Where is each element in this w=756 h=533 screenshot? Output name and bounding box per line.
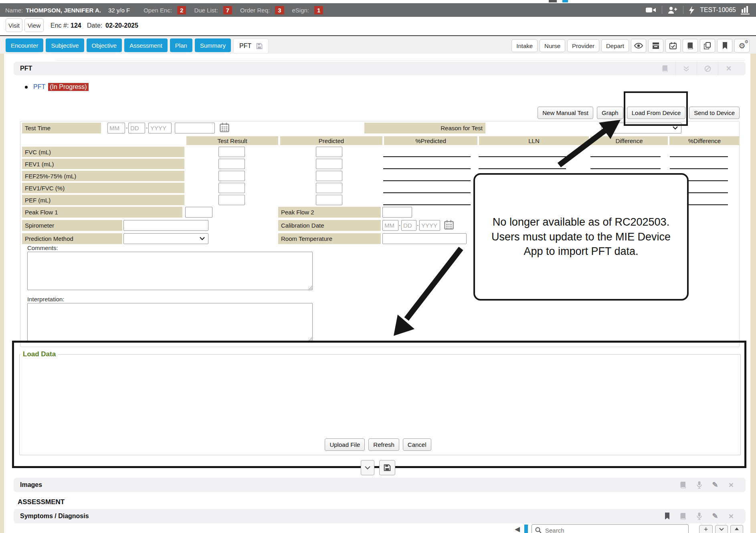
images-mic-icon[interactable]: [691, 478, 707, 492]
book-icon[interactable]: [683, 39, 698, 52]
pef-pct-predicted-line: [383, 204, 471, 205]
images-close-icon[interactable]: ×: [723, 478, 739, 492]
calibration-dd-input[interactable]: [401, 220, 416, 231]
expand-chevron-button[interactable]: [361, 460, 374, 475]
search-box[interactable]: [532, 524, 689, 533]
tab-subjective[interactable]: Subjective: [46, 38, 84, 52]
save-button[interactable]: [379, 460, 395, 475]
col-test-result: Test Result: [186, 136, 278, 145]
order-req-badge[interactable]: 3: [275, 6, 284, 14]
visit-button[interactable]: Visit: [6, 18, 22, 32]
tab-encounter[interactable]: Encounter: [6, 38, 43, 52]
symptoms-edit-icon[interactable]: ✎: [707, 509, 723, 523]
pft-status-link[interactable]: PFT: [33, 83, 45, 91]
fev1fvc-test-result-input[interactable]: [218, 183, 245, 193]
tab-assessment[interactable]: Assessment: [124, 38, 168, 52]
room-temperature-label: Room Temperature: [278, 233, 381, 244]
calibration-calendar-icon[interactable]: [444, 220, 454, 232]
images-edit-icon[interactable]: ✎: [707, 478, 723, 492]
comments-textarea[interactable]: [27, 252, 313, 290]
save-disk-icon[interactable]: [256, 43, 263, 49]
reason-for-test-select[interactable]: [601, 123, 681, 133]
esign-badge[interactable]: 1: [314, 6, 323, 14]
chart-icon[interactable]: [741, 6, 750, 14]
row-label-fvc: FVC (mL): [22, 147, 184, 157]
encounter-bar: Visit View Enc #: 124 Date: 02-20-2025: [0, 17, 756, 35]
upload-file-button[interactable]: Upload File: [325, 438, 365, 451]
prediction-method-select[interactable]: [123, 233, 208, 244]
cancel-button[interactable]: Cancel: [403, 438, 431, 451]
tab-plan[interactable]: Plan: [170, 38, 192, 52]
fev1-predicted-input[interactable]: [316, 159, 342, 169]
peak-flow-1-label: Peak Flow 1: [22, 207, 182, 218]
col-lln: LLN: [479, 136, 589, 145]
add-item-button[interactable]: +: [699, 525, 713, 533]
calibration-date-label: Calibration Date: [278, 220, 381, 231]
symptoms-mic-icon[interactable]: [691, 509, 707, 523]
calibration-mm-input[interactable]: [382, 220, 398, 231]
calendar-check-icon[interactable]: [665, 39, 681, 52]
tab-summary[interactable]: Summary: [195, 38, 231, 52]
fev1-difference-line: [590, 168, 661, 169]
interpretation-textarea[interactable]: [27, 303, 313, 341]
fef-predicted-input[interactable]: [316, 171, 342, 181]
tab-pft-active[interactable]: PFT: [233, 38, 269, 54]
collapse-item-button[interactable]: [715, 525, 728, 533]
peak-flow-1-input[interactable]: [185, 207, 212, 218]
fev1-test-result-input[interactable]: [218, 159, 245, 169]
symptoms-bookmark-icon[interactable]: [659, 509, 675, 523]
fef-test-result-input[interactable]: [218, 171, 245, 181]
fev1fvc-predicted-input[interactable]: [316, 183, 342, 193]
test-time-dd-input[interactable]: [128, 123, 145, 133]
room-temperature-input[interactable]: [382, 233, 467, 244]
video-camera-icon[interactable]: [646, 7, 656, 13]
copy-pages-icon[interactable]: [700, 39, 715, 52]
tab-objective[interactable]: Objective: [87, 38, 122, 52]
test-time-calendar-icon[interactable]: [220, 122, 229, 134]
search-input[interactable]: [544, 527, 685, 533]
spirometer-input[interactable]: [123, 220, 208, 231]
send-to-device-button[interactable]: Send to Device: [689, 107, 740, 119]
intake-button[interactable]: Intake: [511, 39, 538, 52]
gear-small-glyph: ⚙: [744, 40, 748, 44]
images-journal-icon[interactable]: [675, 478, 691, 492]
view-button[interactable]: View: [24, 18, 44, 32]
graph-button[interactable]: Graph: [597, 107, 623, 119]
due-list-badge[interactable]: 7: [223, 6, 232, 14]
collapse-left-arrow-icon[interactable]: ◀: [515, 525, 520, 533]
symptoms-journal-icon[interactable]: [675, 509, 691, 523]
nurse-button[interactable]: Nurse: [540, 39, 565, 52]
peak-flow-2-input[interactable]: [382, 207, 412, 218]
close-section-icon[interactable]: ×: [718, 62, 739, 75]
order-req-label: Order Req:: [240, 7, 270, 14]
calibration-yyyy-input[interactable]: [419, 220, 440, 231]
archive-box-icon[interactable]: [648, 39, 663, 52]
refresh-button[interactable]: Refresh: [368, 438, 399, 451]
in-progress-badge: (In Progress): [48, 83, 88, 91]
journal-icon[interactable]: [655, 62, 675, 75]
load-from-device-button[interactable]: Load From Device: [627, 107, 686, 119]
open-enc-badge[interactable]: 2: [177, 6, 186, 14]
symptoms-diagnosis-section-bar: Symptoms / Diagnosis ✎ ×: [14, 509, 746, 523]
pef-test-result-input[interactable]: [218, 195, 245, 205]
disable-circle-icon[interactable]: [697, 62, 718, 75]
test-time-mm-input[interactable]: [107, 123, 125, 133]
gears-icon[interactable]: ⚙ ⚙: [734, 39, 750, 52]
test-time-yyyy-input[interactable]: [148, 123, 172, 133]
row-label-fef: FEF25%-75% (mL): [22, 171, 184, 181]
new-manual-test-button[interactable]: New Manual Test: [538, 107, 593, 119]
provider-button[interactable]: Provider: [567, 39, 599, 52]
bookmark-icon[interactable]: [717, 39, 732, 52]
fvc-predicted-input[interactable]: [316, 147, 342, 157]
collapse-double-chevron-icon[interactable]: [675, 62, 697, 75]
name-label: Name:: [5, 7, 23, 14]
scroll-up-button[interactable]: [730, 525, 743, 533]
fvc-test-result-input[interactable]: [218, 147, 245, 157]
test-time-time-input[interactable]: [175, 123, 215, 133]
symptoms-close-icon[interactable]: ×: [723, 509, 739, 523]
eye-icon[interactable]: [631, 39, 646, 52]
depart-button[interactable]: Depart: [601, 39, 629, 52]
pef-predicted-input[interactable]: [316, 195, 342, 205]
add-person-icon[interactable]: [668, 6, 677, 14]
lightning-icon[interactable]: [689, 6, 694, 14]
